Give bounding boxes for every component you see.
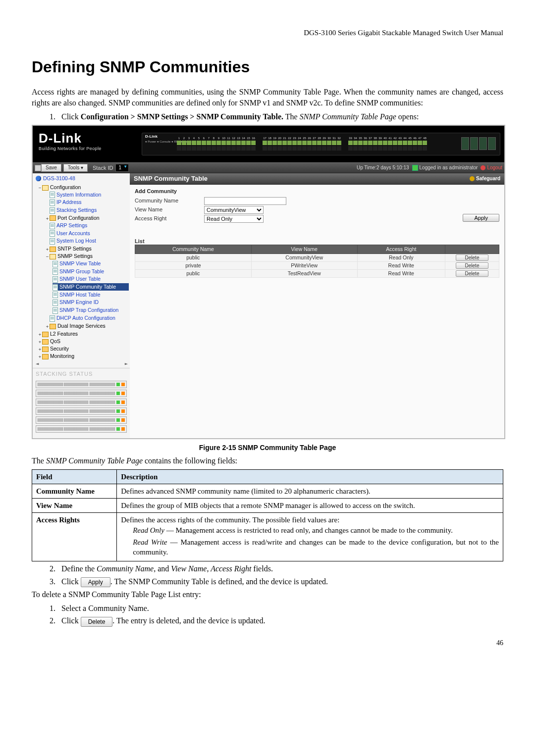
community-name-input[interactable] (204, 197, 286, 205)
access-right-select[interactable]: Read Only (204, 215, 264, 223)
page-icon (50, 200, 55, 206)
port-row: 1234567891011121314151617181920212223242… (177, 136, 496, 151)
field-desc: Defines advanced SNMP community name (li… (117, 484, 503, 498)
col-access-right: Access Right (357, 245, 445, 253)
page-title: Defining SNMP Communities (32, 56, 503, 78)
tree-snmp-engine[interactable]: SNMP Engine ID (59, 299, 99, 305)
field-name: View Name (32, 499, 117, 513)
col-action (445, 245, 499, 253)
tree-snmp-host[interactable]: SNMP Host Table (59, 292, 100, 298)
folder-icon (42, 185, 49, 191)
view-name-select[interactable]: CommunityView (204, 206, 264, 214)
page-icon (50, 207, 55, 214)
panel-title-bar: SNMP Community Table Safeguard (130, 173, 504, 185)
tree-configuration[interactable]: Configuration (50, 184, 81, 190)
tree-snmp-group[interactable]: SNMP Group Table (59, 268, 104, 274)
table-row: public TestReadView Read Write Delete (135, 269, 499, 277)
toolbar: Save Tools ▾ Stack ID 1 Up Time:2 days 5… (33, 162, 504, 173)
tree-system-log-host[interactable]: System Log Host (56, 238, 96, 244)
stack-unit (36, 407, 127, 415)
tree-snmp-view[interactable]: SNMP View Table (59, 260, 101, 266)
del-step-1: Select a Community Name. (57, 603, 503, 614)
fields-table: Field Description Community Name Defines… (32, 469, 503, 562)
device-node[interactable]: DGS-3100-48 (43, 175, 75, 182)
stacking-status-panel (33, 379, 130, 438)
folder-icon (50, 254, 56, 259)
col-view-name: View Name (251, 245, 357, 253)
apply-button[interactable]: Apply (463, 214, 499, 222)
delete-row-button[interactable]: Delete (456, 254, 489, 261)
rack-brand-label: D-Link (145, 134, 158, 140)
tools-menu[interactable]: Tools ▾ (63, 164, 88, 172)
delete-row-button[interactable]: Delete (456, 270, 489, 277)
fields-intro: The SNMP Community Table Page contains t… (32, 455, 503, 466)
tree-snmp-user[interactable]: SNMP User Table (59, 276, 101, 282)
page-icon (53, 292, 58, 298)
delete-intro: To delete a SNMP Community Table Page Li… (32, 589, 503, 600)
page-icon (50, 192, 55, 198)
running-header: DGS-3100 Series Gigabit Stackable Manage… (32, 28, 503, 38)
tree-dhcp-auto[interactable]: DHCP Auto Configuration (56, 315, 115, 321)
community-name-label: Community Name (135, 197, 204, 204)
brand-logo: D-Link (39, 130, 82, 147)
tree-snmp-trap[interactable]: SNMP Trap Configuration (59, 307, 118, 313)
stack-unit (36, 399, 127, 406)
save-button[interactable]: Save (41, 164, 61, 172)
tree-monitoring[interactable]: Monitoring (50, 353, 74, 359)
save-icon (35, 165, 41, 171)
inline-apply-button: Apply (81, 577, 110, 587)
folder-icon (42, 347, 49, 352)
device-icon (36, 176, 41, 181)
stack-unit (36, 390, 127, 397)
page-icon (53, 307, 58, 314)
tree-qos[interactable]: QoS (50, 338, 60, 344)
page-icon (53, 268, 58, 275)
nav-tree[interactable]: DGS-3100-48 −Configuration System Inform… (33, 173, 130, 438)
th-field: Field (32, 469, 117, 484)
safeguard-dot-icon (470, 176, 475, 181)
sfp-slots (461, 137, 496, 150)
tree-system-information[interactable]: System Information (56, 192, 101, 198)
stack-unit (36, 381, 127, 388)
inline-delete-button: Delete (81, 617, 113, 627)
tree-security[interactable]: Security (50, 346, 69, 352)
figure-caption: Figure 2-15 SNMP Community Table Page (32, 443, 503, 453)
folder-icon (50, 324, 56, 329)
tree-user-accounts[interactable]: User Accounts (56, 230, 90, 236)
folder-icon (42, 354, 49, 359)
page-number: 46 (32, 639, 503, 648)
step-2: Define the Community Name, and View Name… (57, 563, 503, 574)
intro-paragraph: Access rights are managed by defining co… (32, 87, 503, 108)
page-icon (50, 315, 55, 322)
del-step-2: Click Delete. The entry is deleted, and … (57, 615, 503, 626)
field-name: Community Name (32, 484, 117, 498)
page-icon (50, 238, 55, 245)
tree-ip-address[interactable]: IP Address (56, 199, 82, 205)
screenshot-figure: D-Link Building Networks for People D-Li… (32, 125, 505, 439)
delete-row-button[interactable]: Delete (456, 262, 489, 269)
uptime-text: Up Time:2 days 5:10:13 (357, 164, 409, 171)
page-icon (53, 300, 58, 306)
logged-in-text: Logged in as administrator (420, 164, 478, 171)
page-icon (53, 284, 58, 291)
tree-sntp-settings[interactable]: SNTP Settings (57, 246, 92, 252)
tree-dual-image[interactable]: Dual Image Services (57, 323, 106, 329)
tree-snmp-community[interactable]: SNMP Community Table (59, 284, 116, 290)
logout-link[interactable]: Logout (487, 164, 502, 171)
tree-port-configuration[interactable]: Port Configuration (57, 215, 100, 221)
tree-stacking-settings[interactable]: Stacking Settings (56, 207, 97, 213)
logout-icon (481, 165, 485, 170)
device-rack-illustration: D-Link ● Power ● Console ● RPS ● Fan Err… (142, 133, 500, 155)
community-list-body: public CommunityView Read Only Delete pr… (135, 253, 499, 277)
tree-l2-features[interactable]: L2 Features (50, 331, 78, 337)
page-icon (50, 230, 55, 237)
tree-arp-settings[interactable]: ARP Settings (56, 222, 87, 228)
view-name-label: View Name (135, 206, 204, 213)
add-community-heading: Add Community (135, 188, 499, 195)
step-3: Click Apply. The SNMP Community Table is… (57, 576, 503, 587)
folder-icon (50, 215, 56, 221)
folder-icon (50, 247, 56, 252)
community-list-table: Community Name View Name Access Right pu… (135, 245, 499, 277)
tree-snmp-settings[interactable]: SNMP Settings (57, 253, 93, 259)
stack-id-select[interactable]: 1 (115, 164, 129, 172)
